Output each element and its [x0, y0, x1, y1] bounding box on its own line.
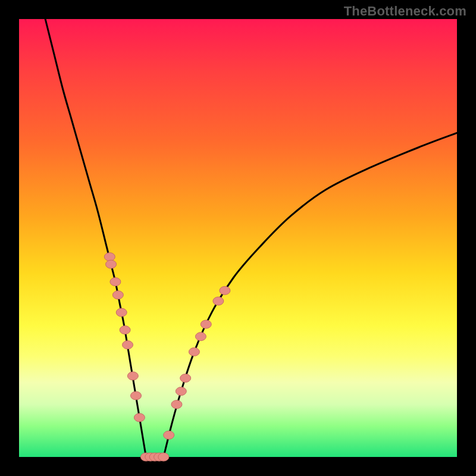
- marker-point: [171, 400, 182, 409]
- curve-right-branch: [164, 133, 457, 457]
- marker-point: [134, 414, 145, 422]
- marker-point: [106, 260, 117, 268]
- curve-left-branch: [45, 19, 146, 457]
- chart-frame: TheBottleneck.com: [0, 0, 476, 476]
- marker-point: [213, 297, 224, 305]
- marker-point: [110, 278, 121, 286]
- marker-point: [131, 392, 142, 400]
- marker-point: [195, 333, 206, 341]
- marker-point: [158, 453, 169, 461]
- curve-markers: [104, 253, 230, 461]
- marker-point: [189, 347, 199, 356]
- marker-point: [127, 372, 138, 380]
- marker-point: [112, 291, 123, 299]
- marker-point: [164, 431, 174, 439]
- marker-point: [123, 341, 133, 349]
- attribution-text: TheBottleneck.com: [344, 4, 466, 19]
- marker-point: [116, 308, 127, 317]
- curve-svg: [19, 19, 457, 457]
- marker-point: [220, 286, 230, 295]
- marker-point: [120, 326, 130, 334]
- marker-point: [176, 387, 186, 396]
- marker-point: [201, 320, 211, 328]
- marker-point: [104, 253, 115, 261]
- plot-area: [19, 19, 457, 457]
- bottleneck-curve: [45, 19, 457, 457]
- marker-point: [180, 374, 191, 383]
